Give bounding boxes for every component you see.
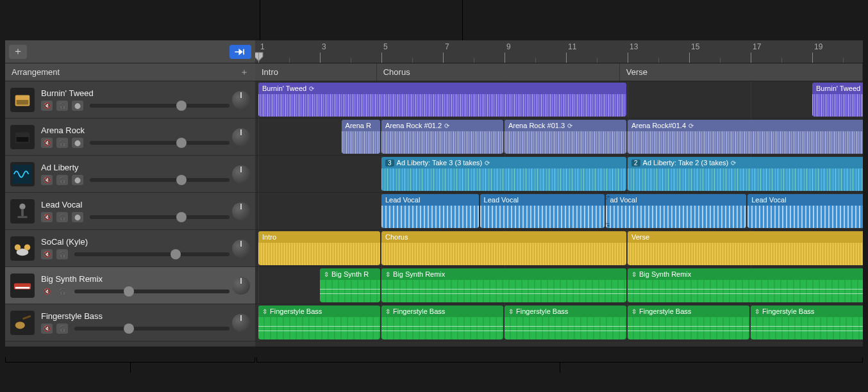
arrangement-track-header[interactable]: Arrangement ＋ bbox=[5, 63, 255, 81]
pan-knob[interactable] bbox=[232, 277, 250, 295]
arrangement-markers-row: IntroChorusVerse bbox=[255, 63, 863, 81]
volume-slider[interactable] bbox=[74, 252, 230, 256]
track-row[interactable]: Big Synth Remix🔇🎧 bbox=[5, 267, 255, 304]
tracks-header: ＋ bbox=[5, 40, 255, 63]
mute-button[interactable]: 🔇 bbox=[41, 101, 53, 111]
track-row[interactable]: Burnin' Tweed🔇🎧⬤ bbox=[5, 81, 255, 118]
track-row[interactable]: Arena Rock🔇🎧⬤ bbox=[5, 118, 255, 156]
pan-knob[interactable] bbox=[232, 91, 250, 109]
mute-button[interactable]: 🔇 bbox=[41, 286, 53, 297]
solo-button[interactable]: 🎧 bbox=[56, 212, 68, 222]
midi-content bbox=[505, 317, 626, 339]
ruler-number: 13 bbox=[630, 42, 638, 51]
region[interactable]: Arena Rock #01.3⟳ bbox=[505, 120, 626, 154]
pan-knob[interactable] bbox=[232, 314, 250, 332]
region[interactable]: Lead Vocal bbox=[381, 194, 479, 228]
loop-arrows-icon: ⇳ bbox=[755, 308, 760, 315]
track-row[interactable]: Ad Liberty🔇🎧⬤ bbox=[5, 156, 255, 193]
track-lane[interactable]: IntroChorusVerse bbox=[255, 230, 863, 267]
region-label: Verse bbox=[631, 233, 649, 241]
track-name: Lead Vocal bbox=[41, 200, 232, 209]
region[interactable]: Arena Rock #01.2⟳ bbox=[381, 120, 503, 154]
region[interactable]: ⇳Fingerstyle Bass bbox=[505, 306, 626, 339]
solo-button[interactable]: 🎧 bbox=[56, 286, 68, 297]
ruler-number: 11 bbox=[568, 42, 576, 51]
solo-button[interactable]: 🎧 bbox=[56, 249, 68, 259]
region-label: Arena Rock #01.2 bbox=[385, 122, 442, 129]
region[interactable]: Arena Rock#01.4⟳ bbox=[628, 120, 863, 154]
region[interactable]: Chorus bbox=[381, 231, 626, 265]
track-row[interactable]: Fingerstyle Bass🔇🎧 bbox=[5, 304, 255, 341]
region[interactable]: 3Ad Liberty: Take 3 (3 takes)⟳ bbox=[381, 157, 626, 191]
region[interactable]: 2Ad Liberty: Take 2 (3 takes)⟳ bbox=[628, 157, 863, 191]
svg-point-14 bbox=[15, 322, 25, 329]
region[interactable]: ⇳Fingerstyle Bass bbox=[258, 306, 380, 339]
arrangement-marker[interactable]: Intro bbox=[255, 63, 377, 81]
mute-button[interactable]: 🔇 bbox=[41, 175, 53, 185]
ruler-number: 17 bbox=[753, 42, 761, 51]
track-lane[interactable]: Arena RArena Rock #01.2⟳Arena Rock #01.3… bbox=[255, 118, 863, 156]
input-button[interactable]: ⬤ bbox=[72, 212, 83, 222]
region[interactable]: Arena R bbox=[342, 120, 380, 154]
add-arrangement-marker-button[interactable]: ＋ bbox=[240, 67, 249, 78]
region-edge-handle[interactable]: ⥂⥃ bbox=[606, 194, 610, 228]
pan-knob[interactable] bbox=[232, 128, 250, 146]
track-lane[interactable]: 3Ad Liberty: Take 3 (3 takes)⟳2Ad Libert… bbox=[255, 156, 863, 193]
loop-icon: ⟳ bbox=[309, 85, 314, 92]
solo-button[interactable]: 🎧 bbox=[56, 101, 68, 111]
region[interactable]: ⇳Fingerstyle Bass bbox=[751, 306, 863, 339]
region[interactable]: ⇳Big Synth Remix bbox=[628, 268, 863, 302]
region-label: Lead Vocal bbox=[385, 196, 420, 204]
track-row[interactable]: Lead Vocal🔇🎧⬤ bbox=[5, 193, 255, 230]
region[interactable]: ⇳Big Synth R bbox=[320, 268, 380, 302]
input-button[interactable]: ⬤ bbox=[72, 101, 83, 111]
region[interactable]: ⇳Big Synth Remix bbox=[381, 268, 626, 302]
region[interactable]: ⇳Fingerstyle Bass bbox=[628, 306, 749, 339]
pan-knob[interactable] bbox=[232, 240, 250, 257]
volume-slider[interactable] bbox=[90, 141, 230, 145]
region[interactable]: ⇳Fingerstyle Bass bbox=[381, 306, 503, 339]
volume-slider[interactable] bbox=[90, 215, 230, 219]
volume-slider[interactable] bbox=[90, 178, 230, 182]
region-label: Ad Liberty: Take 3 (3 takes) bbox=[397, 159, 483, 167]
mute-button[interactable]: 🔇 bbox=[41, 138, 53, 148]
catch-playhead-button[interactable] bbox=[230, 45, 251, 59]
region[interactable]: ad Vocal⥂⥃ bbox=[606, 194, 746, 228]
volume-slider[interactable] bbox=[90, 104, 230, 108]
region[interactable]: Intro bbox=[258, 231, 380, 265]
region-label: Arena Rock#01.4 bbox=[631, 122, 686, 129]
arrangement-marker[interactable]: Verse bbox=[620, 63, 863, 81]
add-track-button[interactable]: ＋ bbox=[9, 45, 27, 59]
volume-slider[interactable] bbox=[74, 327, 230, 331]
region[interactable]: Burnin' Tweed bbox=[812, 83, 863, 117]
mute-button[interactable]: 🔇 bbox=[41, 249, 53, 259]
pan-knob[interactable] bbox=[232, 165, 250, 183]
track-instrument-icon bbox=[10, 162, 35, 186]
mute-button[interactable]: 🔇 bbox=[41, 212, 53, 222]
ruler-number: 1 bbox=[260, 42, 265, 51]
input-button[interactable]: ⬤ bbox=[72, 175, 83, 185]
midi-content bbox=[628, 280, 863, 302]
ruler[interactable]: 135791113151719 bbox=[255, 40, 863, 63]
loop-icon: ⟳ bbox=[731, 159, 736, 167]
volume-slider[interactable] bbox=[74, 290, 230, 293]
solo-button[interactable]: 🎧 bbox=[56, 175, 68, 185]
region[interactable]: Burnin' Tweed⟳ bbox=[258, 83, 626, 117]
playhead[interactable] bbox=[255, 52, 263, 64]
mute-button[interactable]: 🔇 bbox=[41, 323, 53, 334]
track-row[interactable]: SoCal (Kyle)🔇🎧 bbox=[5, 230, 255, 267]
region[interactable]: Lead Vocal bbox=[480, 194, 605, 228]
arrangement-marker[interactable]: Chorus bbox=[377, 63, 620, 81]
track-instrument-icon bbox=[10, 125, 35, 149]
solo-button[interactable]: 🎧 bbox=[56, 323, 68, 334]
pan-knob[interactable] bbox=[232, 202, 250, 220]
ruler-number: 9 bbox=[506, 42, 511, 51]
solo-button[interactable]: 🎧 bbox=[56, 138, 68, 148]
input-button[interactable]: ⬤ bbox=[72, 138, 83, 148]
track-lane[interactable]: ⇳Fingerstyle Bass⇳Fingerstyle Bass⇳Finge… bbox=[255, 304, 863, 341]
track-lane[interactable]: Burnin' Tweed⟳Burnin' Tweed bbox=[255, 81, 863, 118]
track-lane[interactable]: Lead VocalLead Vocalad Vocal⥂⥃Lead Vocal bbox=[255, 193, 863, 230]
region[interactable]: Verse bbox=[628, 231, 863, 265]
track-lane[interactable]: ⇳Big Synth R⇳Big Synth Remix⇳Big Synth R… bbox=[255, 267, 863, 304]
region[interactable]: Lead Vocal bbox=[747, 194, 863, 228]
